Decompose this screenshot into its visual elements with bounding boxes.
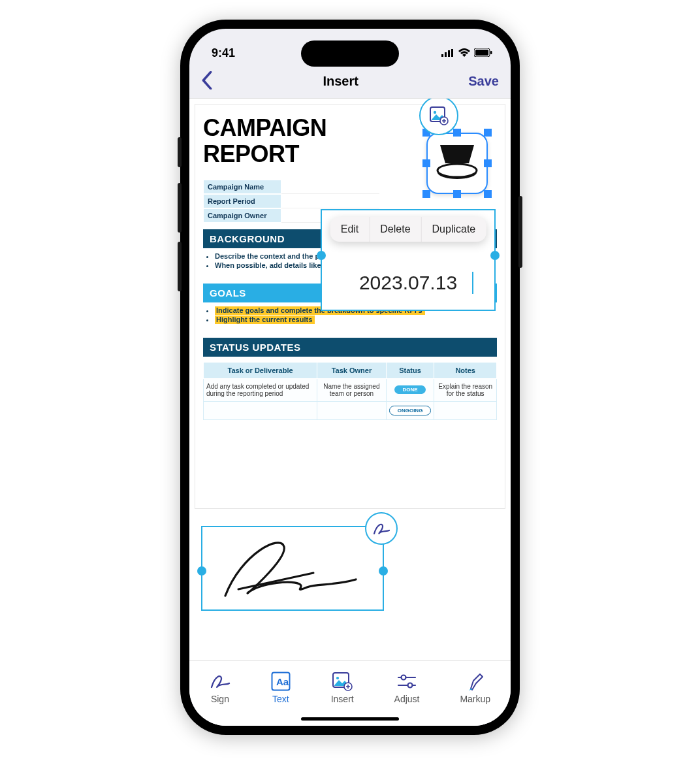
inserted-image[interactable]: [426, 133, 488, 194]
screen: 9:41 Insert Save: [189, 29, 511, 726]
svg-rect-3: [451, 49, 453, 57]
inserted-signature-selected[interactable]: [201, 526, 384, 611]
svg-rect-0: [441, 54, 443, 57]
bottom-toolbar: Sign Aa Text Insert Adjust: [189, 660, 511, 726]
resize-handle[interactable]: [197, 566, 206, 576]
menu-edit[interactable]: Edit: [330, 217, 370, 242]
svg-text:Aa: Aa: [276, 676, 289, 687]
resize-handle[interactable]: [317, 251, 326, 260]
tool-label: Insert: [331, 694, 354, 704]
add-signature-fab[interactable]: [365, 512, 398, 545]
tool-markup[interactable]: Markup: [460, 672, 490, 704]
status-pill-done: DONE: [394, 385, 425, 394]
inserted-image-selected[interactable]: [421, 127, 493, 199]
tool-insert[interactable]: Insert: [331, 672, 354, 704]
resize-handle[interactable]: [490, 251, 500, 260]
home-indicator[interactable]: [301, 717, 399, 721]
menu-delete[interactable]: Delete: [370, 217, 421, 242]
status-icons: [441, 46, 492, 60]
document-viewport[interactable]: CAMPAIGN REPORT: [189, 99, 511, 660]
dynamic-island: [301, 41, 399, 67]
signature-small-icon: [372, 521, 390, 536]
hw-power-button: [518, 196, 522, 268]
svg-rect-5: [475, 50, 488, 56]
status-time: 9:41: [212, 46, 235, 60]
resize-handle[interactable]: [484, 190, 492, 198]
resize-handle[interactable]: [379, 566, 388, 576]
text-cursor: [472, 272, 473, 294]
tool-text[interactable]: Aa Text: [271, 672, 291, 704]
svg-point-19: [408, 683, 413, 687]
table-row: ONGOING: [204, 401, 497, 419]
resize-handle[interactable]: [422, 159, 430, 167]
wifi-icon: [458, 46, 470, 60]
svg-point-8: [434, 111, 436, 114]
battery-icon: [474, 46, 492, 60]
tool-label: Sign: [211, 694, 229, 704]
tool-label: Text: [272, 694, 289, 704]
context-menu: Edit Delete Duplicate: [330, 217, 486, 242]
signature-area: [197, 517, 503, 615]
resize-handle[interactable]: [422, 190, 430, 198]
svg-point-16: [336, 676, 339, 679]
text-icon: Aa: [271, 672, 291, 691]
hw-silence-switch: [178, 137, 182, 167]
tool-label: Adjust: [394, 694, 420, 704]
image-plus-icon: [429, 106, 449, 125]
resize-handle[interactable]: [453, 190, 461, 198]
section-status-heading: STATUS UPDATES: [203, 338, 497, 357]
phone-frame: 9:41 Insert Save: [180, 20, 520, 735]
svg-point-18: [402, 675, 406, 679]
text-value[interactable]: 2023.07.13: [322, 272, 494, 294]
svg-rect-6: [490, 51, 492, 54]
scanner-icon: [435, 144, 479, 183]
nav-bar: Insert Save: [189, 65, 511, 99]
menu-duplicate[interactable]: Duplicate: [422, 217, 486, 242]
signature-icon: [202, 527, 372, 606]
signature-icon: [210, 672, 231, 691]
save-button[interactable]: Save: [468, 74, 499, 89]
hw-volume-up: [178, 183, 182, 233]
resize-handle[interactable]: [484, 129, 492, 137]
tool-sign[interactable]: Sign: [210, 672, 231, 704]
status-pill-ongoing: ONGOING: [389, 406, 432, 415]
resize-handle[interactable]: [484, 159, 492, 167]
svg-rect-1: [445, 52, 447, 57]
resize-handle[interactable]: [453, 129, 461, 137]
table-row: Add any task completed or updated during…: [204, 378, 497, 401]
info-label: Report Period: [203, 194, 281, 208]
svg-rect-2: [448, 50, 450, 57]
inserted-text-selected[interactable]: Edit Delete Duplicate 2023.07.13: [321, 209, 496, 311]
tool-adjust[interactable]: Adjust: [394, 672, 420, 704]
status-table: Task or Deliverable Task Owner Status No…: [203, 362, 497, 420]
nav-title: Insert: [323, 74, 358, 89]
info-label: Campaign Owner: [203, 208, 281, 223]
marker-icon: [467, 672, 484, 691]
cellular-icon: [441, 46, 454, 60]
document-page[interactable]: CAMPAIGN REPORT: [195, 104, 505, 509]
info-label: Campaign Name: [203, 180, 281, 194]
hw-volume-down: [178, 242, 182, 291]
sliders-icon: [397, 672, 417, 691]
tool-label: Markup: [460, 694, 490, 704]
back-button[interactable]: [201, 71, 213, 92]
image-plus-icon: [332, 672, 353, 691]
